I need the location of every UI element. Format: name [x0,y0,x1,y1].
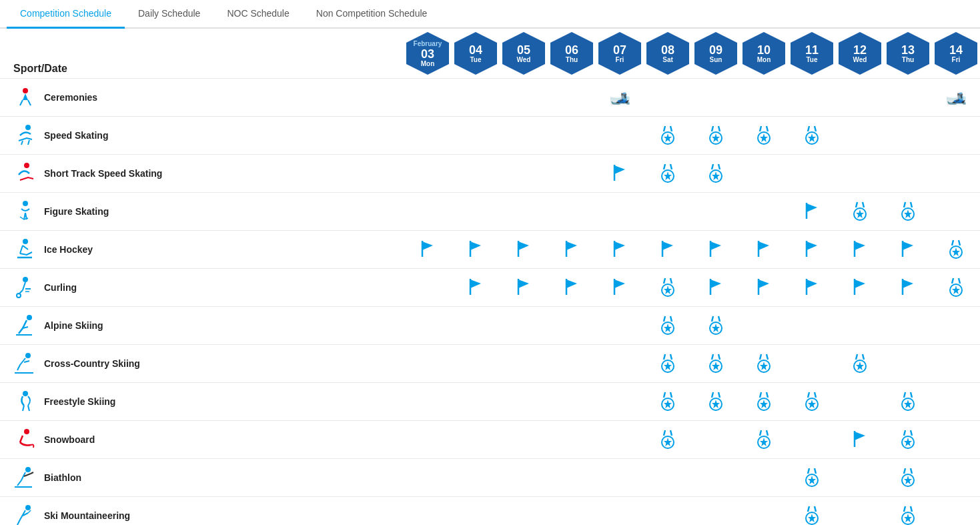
day-cell-4-6 [692,231,740,269]
svg-line-117 [856,354,857,360]
day-name: Fri [952,56,961,63]
svg-point-95 [27,315,32,320]
svg-point-40 [23,239,28,244]
date-header-08[interactable]: 08Sat [644,29,692,79]
svg-marker-31 [807,203,817,212]
day-cell-5-2 [500,269,548,307]
day-cell-9-6 [692,421,740,459]
date-hex-09[interactable]: 09Sun [694,32,737,75]
date-hex-04[interactable]: 04Tue [454,32,497,75]
day-cell-4-7 [740,231,788,269]
date-hex-10[interactable]: 10Mon [743,32,785,75]
date-header-14[interactable]: 14Fri [932,29,980,79]
svg-line-15 [815,126,816,131]
day-number: 12 [853,44,867,56]
date-header-06[interactable]: 06Thu [548,29,596,79]
date-hex-03[interactable]: February03Mon [406,32,449,75]
day-cell-2-5 [644,155,692,193]
svg-marker-17 [808,133,816,142]
day-cell-0-3 [548,79,596,117]
svg-line-105 [664,354,665,360]
day-cell-9-8 [788,421,836,459]
month-label: February [414,40,442,47]
svg-line-168 [815,506,816,512]
svg-line-101 [718,316,720,322]
day-cell-1-10 [884,117,932,155]
date-header-03[interactable]: February03Mon [404,29,452,79]
day-cell-9-5 [644,421,692,459]
medal-icon [755,353,773,373]
svg-marker-146 [664,438,672,446]
sport-icon-figure-skating [13,199,37,223]
sport-icon-short-track-speed-skating [13,161,37,185]
tab-noc[interactable]: NOC Schedule [213,0,302,29]
ceremony-end-mascot: 🎿 [945,87,967,107]
svg-line-33 [863,202,864,207]
date-header-10[interactable]: 10Mon [740,29,788,79]
day-cell-4-8 [788,231,836,269]
tab-daily[interactable]: Daily Schedule [125,0,213,29]
date-hex-13[interactable]: 13Thu [887,32,929,75]
day-cell-8-10 [884,383,932,421]
day-cell-2-8 [788,155,836,193]
sport-name-label: Figure Skating [44,206,109,217]
medal-icon [658,277,677,297]
flag-icon [852,239,868,258]
medal-icon [899,505,917,525]
day-cell-7-6 [692,345,740,383]
date-header-11[interactable]: 11Tue [788,29,836,79]
date-header-07[interactable]: 07Fri [596,29,644,79]
svg-marker-60 [855,241,865,250]
day-cell-5-1 [452,269,500,307]
svg-line-113 [760,354,761,360]
sport-name-label: Ceremonies [44,92,97,103]
table-row: Speed Skating [0,117,980,155]
date-header-05[interactable]: 05Wed [500,29,548,79]
sport-name-label: Speed Skating [44,130,108,141]
svg-line-163 [911,468,912,474]
date-hex-05[interactable]: 05Wed [502,32,545,75]
sport-cell-8: Freestyle Skiing [0,383,404,421]
medal-icon [706,353,725,373]
sport-cell-11: Ski Mountaineering [0,497,404,526]
date-header-13[interactable]: 13Thu [884,29,932,79]
svg-marker-156 [904,438,912,446]
day-cell-2-10 [884,155,932,193]
tab-competition[interactable]: Competition Schedule [7,0,125,29]
day-name: Thu [902,56,914,63]
flag-icon [804,201,820,220]
medal-icon [658,391,677,411]
day-cell-10-9 [836,459,884,497]
day-cell-7-3 [548,345,596,383]
date-hex-14[interactable]: 14Fri [935,32,977,75]
date-hex-11[interactable]: 11Tue [791,32,833,75]
svg-marker-24 [664,171,672,180]
date-hex-07[interactable]: 07Fri [598,32,641,75]
svg-point-142 [24,429,29,434]
sport-date-label: Sport/Date [7,56,74,81]
svg-marker-42 [422,241,433,250]
sport-cell-6: Alpine Skiing [0,307,404,345]
svg-marker-125 [664,400,672,408]
day-cell-6-0 [404,307,452,345]
svg-marker-44 [470,241,481,250]
tab-noncomp[interactable]: Non Competition Schedule [303,0,441,29]
day-cell-0-8 [788,79,836,117]
sport-cell-3: Figure Skating [0,193,404,231]
date-hex-06[interactable]: 06Thu [550,32,593,75]
day-cell-11-2 [500,497,548,526]
svg-line-114 [767,354,768,360]
date-header-12[interactable]: 12Wed [836,29,884,79]
svg-line-92 [959,278,960,284]
day-cell-6-10 [884,307,932,345]
day-cell-0-5 [644,79,692,117]
day-cell-7-2 [500,345,548,383]
flag-icon [804,278,820,296]
date-header-09[interactable]: 09Sun [692,29,740,79]
flag-icon [804,239,820,258]
date-header-04[interactable]: 04Tue [452,29,500,79]
date-hex-08[interactable]: 08Sat [646,32,689,75]
day-cell-5-9 [836,269,884,307]
day-cell-8-2 [500,383,548,421]
date-hex-12[interactable]: 12Wed [839,32,881,75]
